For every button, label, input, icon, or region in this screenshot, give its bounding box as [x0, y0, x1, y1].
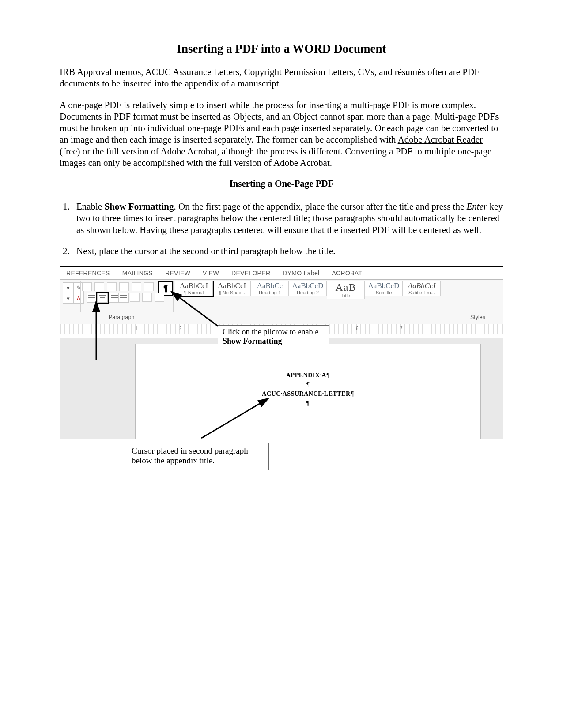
- align-left-icon[interactable]: [87, 293, 97, 303]
- align-justify-icon[interactable]: [118, 293, 129, 303]
- style-item[interactable]: AaBbCcHeading 1: [251, 281, 289, 296]
- step1-b: . On the first page of the appendix, pla…: [174, 201, 466, 212]
- style-sample: AaBbCcI: [408, 282, 435, 289]
- step1-ital: Enter: [467, 201, 487, 212]
- style-sample: AaBbCcI: [180, 282, 208, 289]
- intro-paragraph-1: IRB Approval memos, ACUC Assurance Lette…: [60, 66, 503, 90]
- alignment-group: [87, 293, 129, 303]
- multilevel-list-icon[interactable]: [107, 282, 117, 291]
- document-page[interactable]: APPENDIX·A¶ ¶ ACUC·ASSURANCE·LETTER¶ ¶: [135, 344, 481, 439]
- style-label: Title: [341, 293, 350, 298]
- line-spacing-icon[interactable]: [130, 293, 140, 302]
- align-center-icon[interactable]: [97, 293, 108, 303]
- tab-dymo[interactable]: DYMO Label: [283, 270, 319, 277]
- callout-pilcrow-text-b: Show Formatting: [223, 337, 282, 345]
- styles-group-label: Styles: [470, 314, 485, 320]
- style-label: ¶ No Spac...: [219, 290, 245, 295]
- borders-icon[interactable]: [155, 293, 164, 302]
- number-list-icon[interactable]: [94, 282, 104, 291]
- tab-references[interactable]: REFERENCES: [66, 270, 110, 277]
- ruler-mark: 7: [400, 326, 403, 331]
- word-screenshot: REFERENCES MAILINGS REVIEW VIEW DEVELOPE…: [60, 266, 503, 439]
- style-item[interactable]: AaBbCcI¶ No Spac...: [213, 281, 251, 296]
- bullet-list-icon[interactable]: [82, 282, 92, 291]
- styles-gallery[interactable]: AaBbCcI¶ NormalAaBbCcI¶ No Spac...AaBbCc…: [175, 281, 501, 302]
- align-right-icon[interactable]: [108, 293, 118, 303]
- style-item[interactable]: AaBbCcDHeading 2: [289, 281, 327, 296]
- font-color-dropdown-icon[interactable]: ▾: [63, 293, 73, 304]
- style-item[interactable]: AaBbCcISubtle Em...: [403, 281, 441, 296]
- tab-view[interactable]: VIEW: [203, 270, 219, 277]
- step1-a: Enable: [76, 201, 105, 212]
- tab-acrobat[interactable]: ACROBAT: [332, 270, 362, 277]
- pilcrow-callout: Click on the pilcrow to enable Show Form…: [218, 325, 329, 349]
- tab-review[interactable]: REVIEW: [165, 270, 190, 277]
- style-label: Heading 2: [297, 290, 319, 295]
- style-sample: AaBbCcD: [292, 282, 324, 289]
- section-heading: Inserting a One-Page PDF: [60, 178, 503, 189]
- font-dropdown-icon[interactable]: ▾: [63, 282, 73, 293]
- appendix-line-4: ¶: [136, 398, 480, 408]
- tab-mailings[interactable]: MAILINGS: [122, 270, 153, 277]
- appendix-content: APPENDIX·A¶ ¶ ACUC·ASSURANCE·LETTER¶ ¶: [136, 371, 480, 408]
- paragraph-group-label: Paragraph: [109, 314, 134, 320]
- document-area: APPENDIX·A¶ ¶ ACUC·ASSURANCE·LETTER¶ ¶: [60, 338, 503, 439]
- appendix-line-3: ACUC·ASSURANCE·LETTER¶: [136, 389, 480, 398]
- intro2-text-b: (free) or the full version of Adobe Acro…: [60, 146, 491, 168]
- style-sample: AaBbCcD: [368, 282, 400, 289]
- appendix-line-1: APPENDIX·A¶: [136, 371, 480, 380]
- ribbon: ▾ ✎ ▾ A ¶: [60, 280, 503, 324]
- style-label: Subtitle: [376, 290, 392, 295]
- ruler-mark: 6: [356, 326, 359, 331]
- shading-icon[interactable]: [142, 293, 152, 302]
- style-item[interactable]: AaBbCcI¶ Normal: [175, 281, 213, 296]
- sort-icon[interactable]: [144, 282, 154, 291]
- style-sample: AaBbCcI: [218, 282, 246, 289]
- intro-paragraph-2: A one-page PDF is relatively simple to i…: [60, 99, 503, 169]
- callout-pilcrow-text-a: Click on the pilcrow to enable: [223, 327, 318, 336]
- step1-strong: Show Formatting: [105, 201, 174, 212]
- ruler-mark: 1: [135, 326, 138, 331]
- cursor-callout: Cursor placed in second paragraph below …: [127, 443, 269, 470]
- adobe-reader-link[interactable]: Adobe Acrobat Reader: [398, 134, 483, 145]
- tab-developer[interactable]: DEVELOPER: [231, 270, 270, 277]
- text-cursor: [310, 400, 310, 407]
- style-label: Subtle Em...: [408, 290, 435, 295]
- step-2: Next, place the cursor at the second or …: [72, 245, 503, 257]
- ribbon-tabs: REFERENCES MAILINGS REVIEW VIEW DEVELOPE…: [60, 267, 503, 280]
- style-label: Heading 1: [259, 290, 281, 295]
- decrease-indent-icon[interactable]: [119, 282, 129, 291]
- style-label: ¶ Normal: [184, 290, 204, 295]
- appendix-line-2: ¶: [136, 380, 480, 389]
- page-title: Inserting a PDF into a WORD Document: [60, 42, 503, 56]
- font-color-icon[interactable]: A: [73, 293, 84, 304]
- step-1: Enable Show Formatting. On the first pag…: [72, 201, 503, 236]
- style-sample: AaB: [336, 282, 356, 293]
- style-item[interactable]: AaBTitle: [327, 281, 365, 299]
- style-item[interactable]: AaBbCcDSubtitle: [365, 281, 403, 296]
- style-sample: AaBbCc: [257, 282, 283, 289]
- increase-indent-icon[interactable]: [132, 282, 141, 291]
- ruler-mark: 2: [179, 326, 182, 331]
